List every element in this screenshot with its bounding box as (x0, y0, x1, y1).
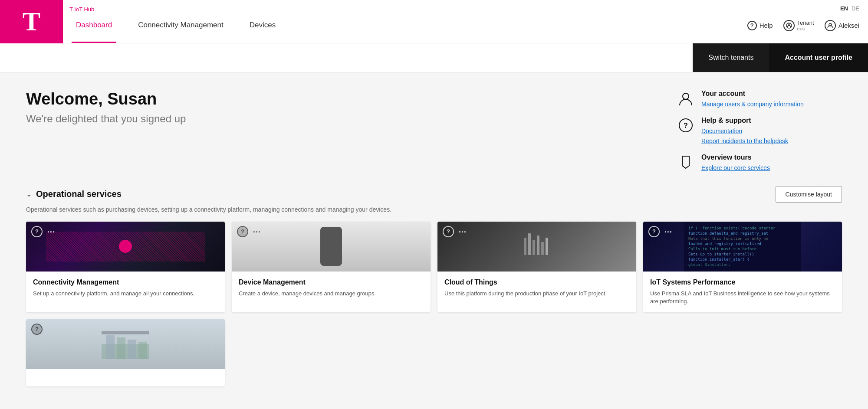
card-desc-device: Create a device, manage devices and mana… (239, 290, 424, 298)
svg-rect-23 (117, 337, 125, 359)
store-visual (99, 327, 151, 361)
tenant-sublabel: eos (797, 26, 814, 31)
svg-text:global $installer;: global $installer; (688, 262, 731, 267)
switch-tenants-button[interactable]: Switch tenants (693, 43, 769, 72)
card-more-cloud[interactable]: ⋯ (458, 227, 467, 236)
svg-rect-10 (541, 242, 544, 255)
tours-title: Overview tours (701, 154, 770, 161)
card-body-connectivity: Connectivity Management Set up a connect… (26, 272, 225, 304)
card-overlay-iot: ? ⋯ (648, 226, 673, 237)
service-card-connectivity[interactable]: ? ⋯ Connectivity Management Set up a con… (26, 222, 225, 312)
account-profile-button[interactable]: Account user profile (769, 43, 868, 72)
card-body-iot: IoT Systems Performance Use Prisma SLA a… (643, 272, 842, 312)
card-desc-cloud: Use this platform during the production … (444, 290, 629, 298)
phone-icon (320, 227, 342, 266)
service-card-store[interactable]: ? (26, 319, 225, 386)
lang-de[interactable]: DE (852, 5, 859, 12)
info-card-tours: Overview tours Explore our core services (677, 154, 842, 173)
explore-services-link[interactable]: Explore our core services (701, 163, 770, 173)
svg-rect-25 (138, 342, 147, 359)
welcome-heading: Welcome, Susan (26, 90, 186, 108)
service-cards-row2: ? (26, 319, 842, 386)
card-question-icon-iot[interactable]: ? (648, 226, 660, 237)
card-overlay-connectivity: ? ⋯ (31, 226, 56, 237)
section-title-row: ⌄ Operational services (26, 189, 122, 199)
card-overlay-store: ? (31, 324, 43, 335)
card-desc-connectivity: Set up a connectivity platform, and mana… (33, 290, 218, 298)
card-image-cloud: ? ⋯ (437, 222, 636, 272)
brand-label: T IoT Hub (69, 6, 94, 13)
nav: Dashboard Connectivity Management Device… (63, 0, 280, 43)
card-overlay-device: ? ⋯ (237, 226, 261, 237)
manage-users-link[interactable]: Manage users & company information (701, 99, 804, 109)
svg-text:function defaults_and registry: function defaults_and registry_set (688, 231, 768, 236)
card-image-device: ? ⋯ (232, 222, 431, 272)
user-label: Aleksei (838, 22, 859, 29)
user-icon (825, 20, 836, 31)
card-title-cloud: Cloud of Things (444, 278, 629, 286)
header-right: EN DE ? Help Tenant eos (747, 12, 868, 31)
report-incidents-link[interactable]: Report incidents to the helpdesk (701, 136, 788, 146)
nav-item-devices[interactable]: Devices (245, 0, 280, 43)
card-body-cloud: Cloud of Things Use this platform during… (437, 272, 636, 304)
section-title: Operational services (36, 189, 122, 199)
svg-point-1 (788, 24, 790, 26)
svg-point-3 (683, 93, 689, 99)
code-visual: if (! function_exists('decode_starter fu… (643, 222, 842, 272)
card-question-icon-device[interactable]: ? (237, 226, 248, 237)
card-desc-iot: Use Prisma SLA and IoT Business intellig… (650, 290, 835, 305)
welcome-subheading: We're delighted that you signed up (26, 113, 186, 125)
svg-rect-26 (102, 331, 149, 334)
svg-text:loaded and registry initialize: loaded and registry initialized (688, 242, 761, 246)
card-question-icon-cloud[interactable]: ? (443, 226, 454, 237)
card-more-iot[interactable]: ⋯ (664, 227, 673, 236)
card-image-store: ? (26, 319, 225, 369)
card-more-device[interactable]: ⋯ (253, 227, 261, 236)
svg-rect-22 (106, 335, 115, 359)
user-button[interactable]: Aleksei (825, 20, 859, 31)
tenant-button[interactable]: Tenant eos (783, 20, 814, 31)
help-support-icon: ? (677, 117, 694, 134)
customise-layout-button[interactable]: Customise layout (776, 186, 842, 203)
logo-block[interactable]: T (0, 0, 63, 43)
service-cards-grid: ? ⋯ Connectivity Management Set up a con… (26, 222, 842, 312)
help-label: Help (760, 22, 773, 29)
card-body-store (26, 369, 225, 386)
lang-en[interactable]: EN (840, 5, 848, 12)
help-button[interactable]: ? Help (747, 21, 773, 30)
tours-icon (677, 154, 694, 171)
card-title-connectivity: Connectivity Management (33, 278, 218, 286)
header: T T IoT Hub Dashboard Connectivity Manag… (0, 0, 868, 43)
documentation-link[interactable]: Documentation (701, 126, 788, 136)
card-question-icon-connectivity[interactable]: ? (31, 226, 43, 237)
operational-section-header: ⌄ Operational services Customise layout (26, 186, 842, 203)
svg-rect-24 (128, 340, 136, 359)
svg-rect-11 (546, 238, 548, 255)
welcome-text: Welcome, Susan We're delighted that you … (26, 90, 186, 125)
card-title-iot: IoT Systems Performance (650, 278, 835, 286)
svg-text:Note that this function is onl: Note that this function is only me (688, 236, 768, 241)
account-content: Your account Manage users & company info… (701, 90, 804, 109)
welcome-section: Welcome, Susan We're delighted that you … (26, 90, 842, 173)
info-cards: Your account Manage users & company info… (677, 90, 842, 173)
account-icon (677, 90, 694, 107)
svg-text:Calls to init must run before: Calls to init must run before (688, 247, 756, 251)
nav-item-connectivity[interactable]: Connectivity Management (134, 0, 228, 43)
dropdown-bar: Switch tenants Account user profile (0, 43, 868, 72)
svg-text:?: ? (684, 122, 688, 129)
card-more-connectivity[interactable]: ⋯ (47, 227, 56, 236)
service-card-device[interactable]: ? ⋯ Device Management Create a device, m… (232, 222, 431, 312)
card-image-iot: ? ⋯ if (! function_exists('decode_starte… (643, 222, 842, 272)
card-body-device: Device Management Create a device, manag… (232, 272, 431, 304)
service-card-iot[interactable]: ? ⋯ if (! function_exists('decode_starte… (643, 222, 842, 312)
help-title: Help & support (701, 117, 788, 124)
svg-text:if (! function_exists('decode_: if (! function_exists('decode_starter (688, 226, 776, 230)
card-image-connectivity: ? ⋯ (26, 222, 225, 272)
main-content: Welcome, Susan We're delighted that you … (0, 72, 868, 404)
service-card-cloud[interactable]: ? ⋯ Cloud of Things Use this platform du… (437, 222, 636, 312)
svg-rect-8 (533, 240, 535, 255)
card-overlay-cloud: ? ⋯ (443, 226, 467, 237)
logo-t-icon: T (23, 6, 40, 37)
collapse-chevron-icon[interactable]: ⌄ (26, 190, 32, 198)
card-question-icon-store[interactable]: ? (31, 324, 43, 335)
